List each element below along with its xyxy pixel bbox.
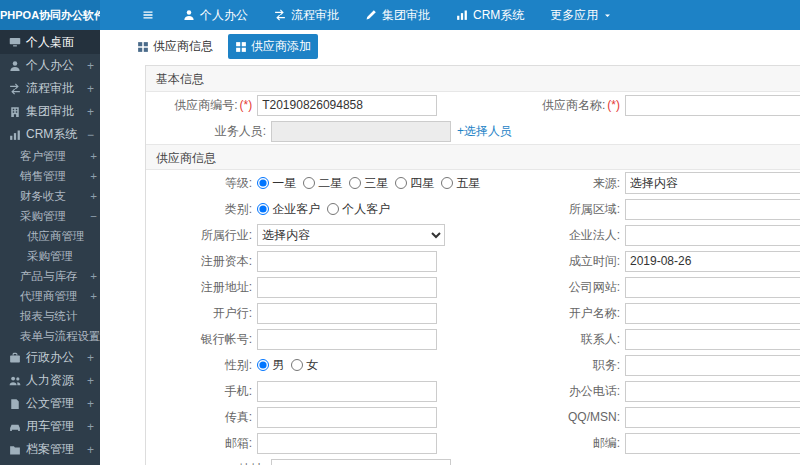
sidebar-item-13[interactable]: 报表与统计: [0, 306, 100, 326]
radio-input[interactable]: [349, 177, 361, 189]
text-input[interactable]: [625, 225, 800, 246]
expand-toggle-icon[interactable]: +: [87, 443, 94, 457]
text-input[interactable]: [625, 277, 800, 298]
expand-toggle-icon[interactable]: +: [90, 270, 97, 282]
expand-toggle-icon[interactable]: +: [87, 105, 94, 119]
field-wrap: [252, 303, 531, 324]
radio-input[interactable]: [291, 359, 303, 371]
radio-input[interactable]: [257, 203, 269, 215]
radio-option[interactable]: 四星: [395, 175, 434, 192]
sidebar-item-label: 行政办公: [26, 349, 74, 366]
expand-toggle-icon[interactable]: +: [90, 150, 97, 162]
text-input[interactable]: [257, 381, 437, 402]
expand-toggle-icon[interactable]: +: [90, 290, 97, 302]
sidebar-item-6[interactable]: 销售管理+: [0, 166, 100, 186]
tab-supplier-info[interactable]: 供应商信息: [130, 34, 220, 59]
sidebar-item-16[interactable]: 人力资源+: [0, 369, 100, 392]
text-input[interactable]: [257, 251, 437, 272]
sidebar-item-11[interactable]: 产品与库存+: [0, 266, 100, 286]
expand-toggle-icon[interactable]: +: [90, 170, 97, 182]
sidebar-item-12[interactable]: 代理商管理+: [0, 286, 100, 306]
text-input[interactable]: [271, 459, 451, 465]
text-input[interactable]: [625, 433, 800, 454]
text-input[interactable]: [625, 329, 800, 350]
radio-input[interactable]: [257, 177, 269, 189]
field-label-text: 所属区域:: [569, 202, 620, 216]
sidebar-item-label: 采购管理: [27, 249, 73, 264]
text-input[interactable]: [257, 433, 437, 454]
expand-toggle-icon[interactable]: +: [87, 374, 94, 388]
field-wrap: [620, 199, 800, 220]
sidebar-item-0[interactable]: 个人桌面: [0, 30, 100, 54]
text-input[interactable]: [625, 303, 800, 324]
radio-label: 四星: [410, 175, 434, 192]
sidebar-item-8[interactable]: 采购管理−: [0, 206, 100, 226]
sidebar-item-18[interactable]: 用车管理+: [0, 415, 100, 438]
text-input[interactable]: [625, 95, 800, 116]
field-label: 注册地址:: [146, 279, 252, 296]
sidebar-item-19[interactable]: 档案管理+: [0, 438, 100, 461]
radio-option[interactable]: 二星: [303, 175, 342, 192]
text-input[interactable]: [271, 121, 451, 142]
radio-input[interactable]: [303, 177, 315, 189]
radio-input[interactable]: [257, 359, 269, 371]
sidebar-item-15[interactable]: 行政办公+: [0, 346, 100, 369]
expand-toggle-icon[interactable]: +: [87, 351, 94, 365]
text-input[interactable]: [257, 303, 437, 324]
topnav-item-0[interactable]: 个人办公: [170, 0, 261, 30]
text-input[interactable]: [625, 407, 800, 428]
tab-supplier-add[interactable]: 供应商添加: [228, 34, 318, 59]
radio-input[interactable]: [327, 203, 339, 215]
radio-option[interactable]: 一星: [257, 175, 296, 192]
topnav-item-4[interactable]: 更多应用: [537, 0, 625, 30]
expand-toggle-icon[interactable]: +: [87, 397, 94, 411]
topnav-item-2[interactable]: 集团审批: [352, 0, 443, 30]
sidebar-item-7[interactable]: 财务收支+: [0, 186, 100, 206]
expand-toggle-icon[interactable]: +: [90, 330, 97, 342]
sidebar-item-14[interactable]: 表单与流程设置+: [0, 326, 100, 346]
radio-input[interactable]: [395, 177, 407, 189]
text-input[interactable]: [625, 251, 800, 272]
text-input[interactable]: [257, 329, 437, 350]
menu-toggle-button[interactable]: [142, 9, 154, 21]
text-input[interactable]: [257, 407, 437, 428]
radio-label: 一星: [272, 175, 296, 192]
expand-toggle-icon[interactable]: −: [87, 128, 94, 142]
expand-toggle-icon[interactable]: +: [87, 420, 94, 434]
select-field[interactable]: 选择内容: [257, 224, 445, 246]
sidebar-item-1[interactable]: 个人办公+: [0, 54, 100, 77]
topnav-item-1[interactable]: 流程审批: [261, 0, 352, 30]
supplier-form-panel: 基本信息供应商编号:(*)供应商名称:(*)业务人员:+选择人员供应商信息等级:…: [145, 65, 800, 465]
radio-option[interactable]: 个人客户: [327, 201, 390, 218]
form-row: 地址:: [146, 456, 800, 465]
topnav-item-3[interactable]: CRM系统: [443, 0, 537, 30]
sidebar-item-4[interactable]: CRM系统−: [0, 123, 100, 146]
text-input[interactable]: [625, 199, 800, 220]
radio-option[interactable]: 女: [291, 357, 318, 374]
sidebar-item-10[interactable]: 采购管理: [0, 246, 100, 266]
choose-person-link[interactable]: +选择人员: [457, 123, 512, 140]
text-input[interactable]: [625, 381, 800, 402]
text-input[interactable]: [625, 355, 800, 376]
radio-option[interactable]: 企业客户: [257, 201, 320, 218]
radio-option[interactable]: 三星: [349, 175, 388, 192]
sidebar-item-2[interactable]: 流程审批+: [0, 77, 100, 100]
expand-toggle-icon[interactable]: +: [90, 190, 97, 202]
expand-toggle-icon[interactable]: −: [90, 210, 97, 222]
text-input[interactable]: [257, 95, 437, 116]
radio-option[interactable]: 五星: [441, 175, 480, 192]
expand-toggle-icon[interactable]: +: [87, 82, 94, 96]
radio-input[interactable]: [441, 177, 453, 189]
sidebar-item-label: 集团审批: [26, 103, 74, 120]
sidebar: 个人桌面个人办公+流程审批+集团审批+CRM系统−客户管理+销售管理+财务收支+…: [0, 30, 100, 465]
sidebar-item-5[interactable]: 客户管理+: [0, 146, 100, 166]
select-field[interactable]: 选择内容: [625, 172, 800, 194]
radio-option[interactable]: 男: [257, 357, 284, 374]
sidebar-item-17[interactable]: 公文管理+: [0, 392, 100, 415]
field-label: 类别:: [146, 201, 252, 218]
sidebar-item-9[interactable]: 供应商管理: [0, 226, 100, 246]
text-input[interactable]: [257, 277, 437, 298]
expand-toggle-icon[interactable]: +: [87, 59, 94, 73]
form-row: 开户行:开户名称:: [146, 300, 800, 326]
sidebar-item-3[interactable]: 集团审批+: [0, 100, 100, 123]
